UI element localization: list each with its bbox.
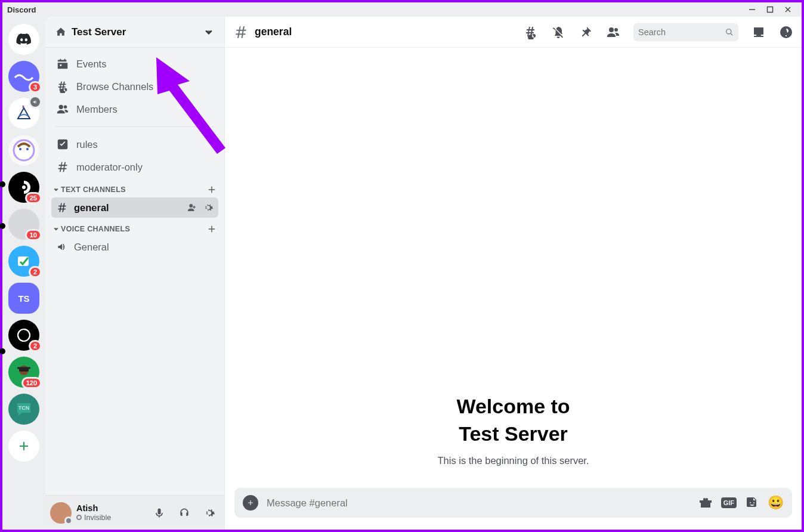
category-label: TEXT CHANNELS: [61, 185, 126, 194]
home-dm-button[interactable]: [8, 24, 39, 55]
collapse-arrow-icon: [52, 225, 60, 233]
rules-icon: [56, 138, 69, 151]
sticker-button[interactable]: [745, 496, 759, 510]
label: Members: [76, 104, 117, 115]
hash-icon: [56, 160, 69, 174]
unread-indicator: [0, 223, 5, 229]
gift-button[interactable]: [698, 496, 713, 510]
community-icon: [55, 26, 67, 38]
inbox-button[interactable]: [752, 25, 766, 39]
server-item-current[interactable]: TS: [8, 283, 39, 314]
notification-settings-button[interactable]: [551, 25, 565, 39]
gif-button[interactable]: GIF: [721, 497, 737, 508]
message-area: Welcome to Test Server This is the begin…: [225, 48, 802, 488]
deafen-button[interactable]: [174, 503, 194, 523]
add-server-button[interactable]: [8, 431, 39, 462]
member-list-button[interactable]: [606, 25, 620, 39]
message-composer[interactable]: GIF 😀: [234, 488, 792, 518]
window-close-button[interactable]: [779, 2, 797, 17]
window-minimize-button[interactable]: [743, 2, 761, 17]
category-text-channels[interactable]: TEXT CHANNELS: [51, 178, 218, 197]
channel-rules[interactable]: rules: [51, 133, 218, 156]
calendar-icon: [56, 57, 69, 70]
server-header-dropdown[interactable]: Test Server: [45, 17, 224, 48]
category-label: VOICE CHANNELS: [61, 225, 130, 233]
search-input[interactable]: [638, 27, 722, 37]
voice-activity-icon: [29, 95, 42, 109]
unread-badge: 2: [29, 266, 42, 278]
add-channel-button[interactable]: [206, 224, 217, 234]
welcome-block: Welcome to Test Server This is the begin…: [234, 393, 792, 466]
server-item[interactable]: [8, 135, 39, 166]
mute-mic-button[interactable]: [149, 503, 169, 523]
voice-channel-general[interactable]: General: [51, 237, 218, 257]
user-meta[interactable]: Atish Invisible: [76, 503, 144, 522]
welcome-line1: Welcome to: [456, 395, 570, 417]
svg-point-4: [19, 148, 21, 150]
invite-icon[interactable]: [186, 202, 197, 213]
browse-icon: [56, 80, 69, 93]
add-channel-button[interactable]: [206, 184, 217, 195]
unread-badge: 3: [29, 81, 42, 93]
main-area: general Welcome to: [224, 17, 802, 530]
user-panel: Atish Invisible: [45, 495, 224, 530]
label: Events: [76, 58, 106, 70]
server-item[interactable]: 2: [8, 320, 39, 351]
user-avatar[interactable]: [50, 502, 72, 524]
hash-icon: [56, 202, 68, 214]
server-item[interactable]: 10: [8, 209, 39, 240]
channel-topbar: general: [225, 17, 802, 48]
threads-button[interactable]: [524, 25, 538, 39]
unread-badge: 25: [25, 192, 42, 204]
svg-rect-2: [768, 7, 773, 13]
pinned-messages-button[interactable]: [579, 25, 593, 39]
svg-point-5: [26, 148, 29, 150]
sidebar-browse-channels[interactable]: Browse Channels: [51, 75, 218, 98]
server-item[interactable]: [8, 98, 39, 129]
speaker-icon: [56, 241, 68, 253]
sidebar-events[interactable]: Events: [51, 52, 218, 75]
server-item[interactable]: TCN: [8, 394, 39, 425]
welcome-sub: This is the beginning of this server.: [234, 455, 792, 466]
channel-general[interactable]: general: [51, 197, 218, 218]
category-voice-channels[interactable]: VOICE CHANNELS: [51, 218, 218, 237]
server-item[interactable]: 2: [8, 246, 39, 277]
status-icon: [76, 515, 82, 520]
status-indicator-invisible: [64, 516, 73, 525]
attach-button[interactable]: [243, 495, 258, 511]
server-initials: TS: [18, 293, 29, 304]
unread-indicator: [0, 181, 5, 187]
server-item[interactable]: 120: [8, 357, 39, 388]
unread-badge: 10: [25, 229, 42, 241]
hash-icon: [233, 24, 249, 40]
status-label: Invisible: [84, 514, 111, 522]
label: moderator-only: [76, 162, 143, 173]
svg-text:TCN: TCN: [18, 405, 30, 411]
svg-point-7: [22, 185, 26, 189]
message-input[interactable]: [267, 497, 690, 509]
unread-badge: 120: [21, 377, 42, 389]
user-settings-button[interactable]: [199, 503, 219, 523]
server-item[interactable]: 3: [8, 61, 39, 92]
channel-moderator-only[interactable]: moderator-only: [51, 156, 218, 178]
server-list: 3 25 10 2 TS: [2, 17, 45, 530]
label: general: [74, 202, 109, 214]
label: General: [74, 242, 109, 253]
divider: [55, 126, 215, 127]
collapse-arrow-icon: [52, 186, 60, 193]
emoji-button[interactable]: 😀: [768, 495, 784, 511]
window-maximize-button[interactable]: [761, 2, 779, 17]
unread-badge: 2: [29, 340, 42, 352]
help-button[interactable]: [779, 25, 793, 39]
channel-settings-icon[interactable]: [203, 202, 214, 213]
server-item[interactable]: 25: [8, 172, 39, 203]
app-title: Discord: [7, 5, 36, 14]
welcome-line2: Test Server: [459, 422, 568, 445]
sidebar-members[interactable]: Members: [51, 98, 218, 120]
server-name: Test Server: [72, 26, 198, 38]
members-icon: [56, 103, 69, 116]
unread-indicator: [0, 348, 5, 354]
search-box[interactable]: [633, 23, 738, 41]
chevron-down-icon: [203, 26, 215, 38]
label: Browse Channels: [76, 81, 153, 92]
